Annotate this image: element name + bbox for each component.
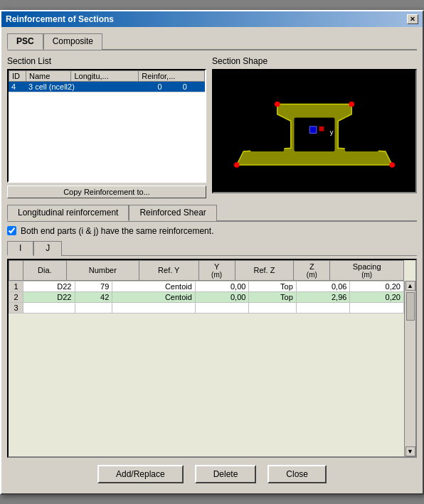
upper-section: Section List ID Name Longitu,... Reinfor…: [7, 56, 417, 198]
table-row[interactable]: 1 D22 79 Centoid 0,00 Top 0,06 0,20: [9, 281, 404, 291]
svg-point-4: [234, 162, 240, 168]
col-name: Name: [26, 70, 71, 81]
copy-reinforcement-button[interactable]: Copy Reinforcement to...: [7, 186, 206, 198]
scroll-up-button[interactable]: ▲: [406, 281, 415, 291]
cell-refy-1[interactable]: Centoid: [112, 281, 196, 291]
cell-longitu: 0: [155, 82, 180, 92]
cell-number-3[interactable]: [75, 302, 112, 313]
svg-text:y: y: [330, 128, 334, 136]
cell-rownum-3: 3: [9, 302, 23, 313]
delete-button[interactable]: Delete: [195, 465, 257, 483]
cell-dia-3[interactable]: [23, 302, 75, 313]
cell-spacing-1[interactable]: 0,20: [350, 281, 404, 291]
close-dialog-button[interactable]: Close: [267, 465, 327, 483]
tab-shear[interactable]: Reinforced Shear: [129, 205, 216, 221]
tab-composite[interactable]: Composite: [43, 33, 102, 50]
cell-y-2[interactable]: 0,00: [195, 291, 249, 302]
section-shape-panel: Section Shape: [212, 56, 417, 198]
col-header-num: [9, 260, 23, 280]
main-tabs: PSC Composite: [7, 33, 417, 50]
checkbox-label: Both end parts (i & j) have the same rei…: [21, 226, 213, 236]
cell-id: 4: [9, 82, 26, 92]
cell-number-1[interactable]: 79: [75, 281, 112, 291]
tab-psc[interactable]: PSC: [7, 33, 43, 50]
bottom-buttons: Add/Replace Delete Close: [7, 465, 417, 483]
shape-canvas: y: [212, 69, 417, 193]
cell-refz-1[interactable]: Top: [249, 281, 296, 291]
cell-rownum-1: 1: [9, 281, 23, 291]
table-row[interactable]: 3: [9, 302, 404, 313]
col-header-refy: Ref. Y: [139, 260, 198, 280]
checkbox-row: Both end parts (i & j) have the same rei…: [7, 226, 417, 236]
col-header-spacing: Spacing (m): [330, 260, 404, 280]
data-grid-container: Dia. Number Ref. Y Y (m) Ref. Z Z (m): [7, 259, 417, 458]
svg-point-5: [389, 162, 395, 168]
reinforcement-tabs: Longitudinal reinforcement Reinforced Sh…: [7, 204, 417, 222]
tab-j[interactable]: J: [33, 241, 62, 256]
section-list-table: ID Name Longitu,... Reinfor,... 4 3 cell…: [7, 69, 206, 183]
cell-z-3[interactable]: [296, 302, 350, 313]
scroll-track: [406, 291, 415, 446]
col-reinfor: Reinfor,...: [139, 70, 205, 81]
cell-z-2[interactable]: 2,96: [296, 291, 350, 302]
col-header-y: Y (m): [198, 260, 235, 280]
cell-refy-3[interactable]: [112, 302, 196, 313]
title-bar-buttons: ✕: [407, 14, 418, 24]
cell-refz-2[interactable]: Top: [249, 291, 296, 302]
cell-y-1[interactable]: 0,00: [195, 281, 249, 291]
cell-dia-2[interactable]: D22: [23, 291, 75, 302]
col-header-number: Number: [66, 260, 139, 280]
svg-rect-9: [319, 126, 324, 131]
cell-refy-2[interactable]: Centoid: [112, 291, 196, 302]
svg-point-7: [349, 101, 354, 107]
cell-dia-1[interactable]: D22: [23, 281, 75, 291]
cell-name: 3 cell (ncell2): [26, 82, 155, 92]
cell-reinfor: 0: [180, 82, 205, 92]
tab-longitudinal[interactable]: Longitudinal reinforcement: [7, 205, 129, 221]
col-header-refz: Ref. Z: [235, 260, 294, 280]
section-list-label: Section List: [7, 56, 206, 66]
svg-rect-2: [345, 117, 379, 151]
svg-rect-1: [250, 117, 285, 151]
cell-spacing-3[interactable]: [350, 302, 404, 313]
grid-scrollbar[interactable]: ▲ ▼: [404, 281, 415, 456]
grid-wrapper: 1 D22 79 Centoid 0,00 Top 0,06 0,20 2: [9, 281, 404, 456]
col-id: ID: [9, 70, 26, 81]
section-list-body: 4 3 cell (ncell2) 0 0: [9, 82, 205, 181]
col-longitu: Longitu,...: [71, 70, 139, 81]
cell-spacing-2[interactable]: 0,20: [350, 291, 404, 302]
col-header-dia: Dia.: [23, 260, 67, 280]
same-reinforcement-checkbox[interactable]: [7, 226, 16, 235]
svg-point-6: [275, 101, 280, 107]
main-dialog: Reinforcement of Sections ✕ PSC Composit…: [0, 10, 424, 495]
cell-refz-3[interactable]: [249, 302, 296, 313]
scroll-down-button[interactable]: ▼: [406, 446, 415, 456]
section-list-panel: Section List ID Name Longitu,... Reinfor…: [7, 56, 206, 198]
table-row[interactable]: 4 3 cell (ncell2) 0 0: [9, 82, 205, 92]
col-header-z: Z (m): [294, 260, 330, 280]
cell-y-3[interactable]: [195, 302, 249, 313]
table-row[interactable]: 2 D22 42 Centoid 0,00 Top 2,96 0,20: [9, 291, 404, 302]
section-shape-label: Section Shape: [212, 56, 417, 66]
tab-i[interactable]: I: [7, 241, 33, 256]
ij-tabs: I J: [7, 240, 417, 256]
cell-number-2[interactable]: 42: [75, 291, 112, 302]
svg-rect-3: [295, 117, 335, 151]
dialog-title: Reinforcement of Sections: [6, 14, 114, 24]
scroll-thumb[interactable]: [406, 292, 415, 321]
cell-rownum-2: 2: [9, 291, 23, 302]
svg-rect-8: [309, 126, 317, 133]
add-replace-button[interactable]: Add/Replace: [97, 465, 184, 483]
title-bar: Reinforcement of Sections ✕: [1, 11, 423, 27]
data-grid-header: Dia. Number Ref. Y Y (m) Ref. Z Z (m): [9, 260, 404, 281]
grid-header-wrapper: Dia. Number Ref. Y Y (m) Ref. Z Z (m): [9, 260, 415, 281]
close-button[interactable]: ✕: [407, 14, 418, 24]
cell-z-1[interactable]: 0,06: [296, 281, 350, 291]
data-grid-body: 1 D22 79 Centoid 0,00 Top 0,06 0,20 2: [9, 281, 404, 313]
dialog-content: PSC Composite Section List ID Name Longi…: [1, 27, 423, 493]
grid-scroll-area: 1 D22 79 Centoid 0,00 Top 0,06 0,20 2: [9, 281, 415, 456]
